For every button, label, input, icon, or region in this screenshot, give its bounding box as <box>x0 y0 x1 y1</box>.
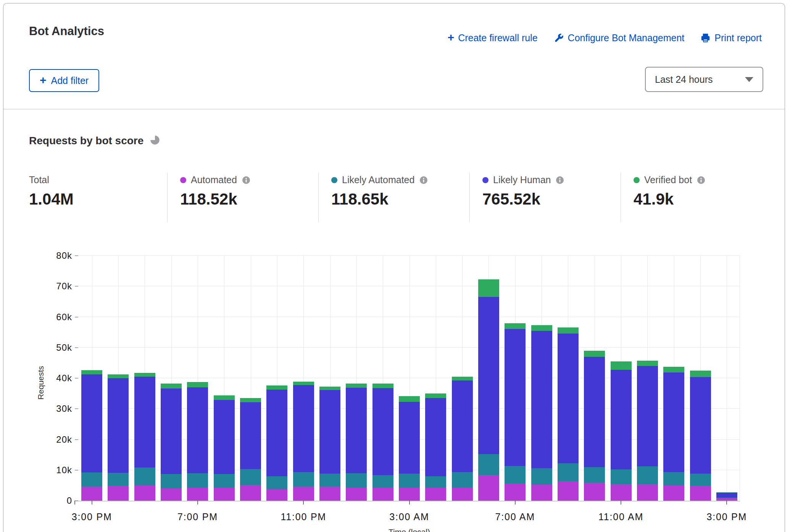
bar-segment-automated[interactable] <box>452 488 473 501</box>
stacked-bar[interactable] <box>399 396 420 501</box>
bar-segment-likely-automated[interactable] <box>81 472 102 487</box>
bar-segment-likely-human[interactable] <box>319 390 340 474</box>
bar-segment-automated[interactable] <box>372 488 393 501</box>
bar-segment-likely-automated[interactable] <box>214 474 235 488</box>
bar-segment-likely-human[interactable] <box>346 388 367 473</box>
stacked-bar[interactable] <box>690 371 711 501</box>
bar-segment-likely-human[interactable] <box>81 374 102 473</box>
bar-segment-likely-automated[interactable] <box>108 473 129 486</box>
bar-segment-likely-human[interactable] <box>716 493 737 498</box>
bar-segment-likely-automated[interactable] <box>637 466 658 484</box>
bar-segment-likely-human[interactable] <box>372 388 393 475</box>
bar-segment-likely-human[interactable] <box>425 398 446 476</box>
bar-segment-automated[interactable] <box>319 487 340 501</box>
bar-segment-verified-bot[interactable] <box>478 279 499 297</box>
stacked-bar[interactable] <box>346 384 367 501</box>
bar-segment-likely-automated[interactable] <box>240 469 261 485</box>
bar-segment-likely-human[interactable] <box>505 329 526 466</box>
stacked-bar[interactable] <box>425 393 446 501</box>
bar-segment-likely-automated[interactable] <box>716 498 737 498</box>
bar-segment-automated[interactable] <box>214 488 235 501</box>
bar-segment-automated[interactable] <box>399 488 420 501</box>
stacked-bar[interactable] <box>637 361 658 501</box>
bar-segment-verified-bot[interactable] <box>293 382 314 385</box>
bar-segment-likely-human[interactable] <box>399 402 420 474</box>
bar-segment-likely-human[interactable] <box>637 366 658 466</box>
bar-segment-verified-bot[interactable] <box>266 385 287 389</box>
bar-segment-likely-automated[interactable] <box>663 472 684 485</box>
stacked-bar[interactable] <box>161 384 182 501</box>
bar-segment-automated[interactable] <box>240 485 261 501</box>
bar-segment-verified-bot[interactable] <box>81 370 102 374</box>
stacked-bar[interactable] <box>663 367 684 501</box>
bar-segment-likely-automated[interactable] <box>611 469 632 484</box>
bar-segment-verified-bot[interactable] <box>187 382 208 387</box>
bar-segment-verified-bot[interactable] <box>161 384 182 389</box>
bar-segment-verified-bot[interactable] <box>611 361 632 370</box>
stacked-bar[interactable] <box>505 323 526 501</box>
bar-segment-likely-automated[interactable] <box>346 473 367 488</box>
bar-segment-likely-automated[interactable] <box>266 476 287 490</box>
info-icon[interactable] <box>696 176 706 185</box>
bar-segment-verified-bot[interactable] <box>240 398 261 402</box>
bar-segment-likely-automated[interactable] <box>690 474 711 486</box>
info-icon[interactable] <box>242 176 251 185</box>
bar-segment-verified-bot[interactable] <box>372 384 393 388</box>
bar-segment-automated[interactable] <box>425 488 446 501</box>
print-report-link[interactable]: Print report <box>700 32 762 44</box>
bar-segment-automated[interactable] <box>637 484 658 501</box>
bar-segment-likely-automated[interactable] <box>399 474 420 488</box>
stacked-bar[interactable] <box>81 370 102 501</box>
info-icon[interactable] <box>419 176 428 185</box>
bar-segment-likely-human[interactable] <box>240 402 261 469</box>
bar-segment-automated[interactable] <box>478 475 499 501</box>
configure-bot-management-link[interactable]: Configure Bot Management <box>554 32 685 44</box>
bar-segment-verified-bot[interactable] <box>531 325 552 331</box>
bar-segment-likely-automated[interactable] <box>293 472 314 487</box>
stacked-bar[interactable] <box>134 373 155 501</box>
bar-segment-automated[interactable] <box>531 485 552 501</box>
bar-segment-automated[interactable] <box>108 486 129 501</box>
bar-segment-likely-automated[interactable] <box>319 474 340 487</box>
create-firewall-rule-link[interactable]: + Create firewall rule <box>448 32 538 44</box>
bar-segment-automated[interactable] <box>161 488 182 501</box>
stacked-bar[interactable] <box>611 361 632 501</box>
bar-segment-likely-automated[interactable] <box>372 475 393 488</box>
bar-segment-verified-bot[interactable] <box>425 393 446 398</box>
bar-segment-likely-automated[interactable] <box>425 476 446 488</box>
bar-segment-likely-automated[interactable] <box>187 473 208 488</box>
bar-segment-verified-bot[interactable] <box>346 384 367 387</box>
bar-segment-verified-bot[interactable] <box>505 323 526 329</box>
bar-segment-verified-bot[interactable] <box>319 387 340 390</box>
bar-segment-verified-bot[interactable] <box>690 371 711 377</box>
bar-segment-likely-automated[interactable] <box>452 472 473 488</box>
bar-segment-likely-human[interactable] <box>293 385 314 472</box>
bar-segment-likely-human[interactable] <box>663 372 684 472</box>
bar-segment-likely-human[interactable] <box>134 377 155 468</box>
bar-segment-automated[interactable] <box>81 487 102 501</box>
bar-segment-likely-human[interactable] <box>214 400 235 474</box>
bar-segment-verified-bot[interactable] <box>452 377 473 380</box>
stacked-bar[interactable] <box>558 327 579 501</box>
bar-segment-verified-bot[interactable] <box>637 361 658 366</box>
bar-segment-likely-human[interactable] <box>584 357 605 467</box>
bar-segment-likely-human[interactable] <box>690 377 711 474</box>
bar-segment-likely-human[interactable] <box>531 331 552 468</box>
stacked-bar[interactable] <box>716 492 737 501</box>
bar-segment-verified-bot[interactable] <box>663 367 684 372</box>
bar-segment-likely-automated[interactable] <box>161 474 182 488</box>
bar-segment-verified-bot[interactable] <box>716 492 737 493</box>
stacked-bar[interactable] <box>108 374 129 501</box>
bar-segment-automated[interactable] <box>584 483 605 501</box>
bar-segment-likely-human[interactable] <box>108 378 129 473</box>
bar-segment-likely-human[interactable] <box>266 390 287 476</box>
bar-segment-verified-bot[interactable] <box>399 396 420 401</box>
stacked-bar[interactable] <box>478 279 499 501</box>
stacked-bar[interactable] <box>452 377 473 501</box>
stacked-bar[interactable] <box>584 351 605 501</box>
bar-segment-automated[interactable] <box>558 481 579 501</box>
bar-segment-likely-automated[interactable] <box>505 466 526 484</box>
add-filter-button[interactable]: + Add filter <box>29 69 99 92</box>
stacked-bar[interactable] <box>319 387 340 501</box>
bar-segment-likely-human[interactable] <box>478 297 499 454</box>
